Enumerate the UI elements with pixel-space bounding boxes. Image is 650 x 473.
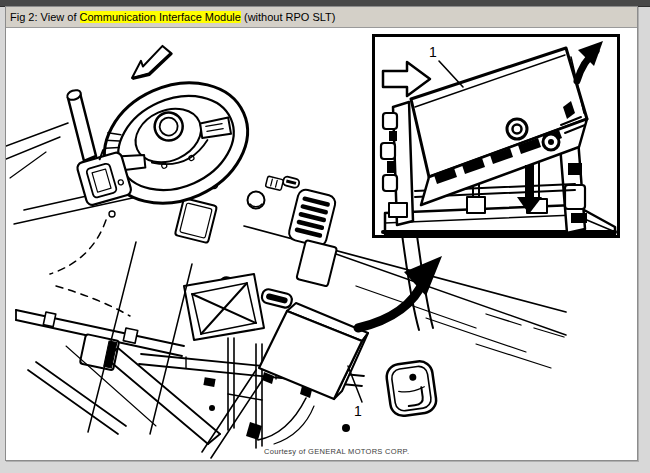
direction-arrow-outline-left-icon xyxy=(125,44,175,82)
figure-title-highlighted-term: Communication Interface Module xyxy=(80,11,241,23)
steering-wheel xyxy=(85,61,267,225)
column-screw xyxy=(109,211,115,217)
column-stalk xyxy=(66,88,96,161)
dash-opening-rect xyxy=(296,240,337,287)
service-info-figure-window: { "title_bar": { "prefix": "Fig 2: View … xyxy=(0,0,650,473)
communication-interface-module-detail xyxy=(411,48,587,205)
callout-leader-inset xyxy=(439,61,463,87)
hidden-outline-dashes xyxy=(50,220,130,316)
figure-canvas: 1 xyxy=(6,28,635,459)
module-detail-illustration: 1 xyxy=(375,37,617,235)
left-mounting-bracket xyxy=(381,102,413,225)
callout-label-inset: 1 xyxy=(429,44,437,60)
figure-title-prefix: Fig 2: View of xyxy=(10,11,80,23)
retainer-clip-part xyxy=(385,360,438,418)
callout-label-main: 1 xyxy=(354,403,362,419)
module-detail-inset: 1 xyxy=(372,34,620,238)
rotate-up-arrow-icon xyxy=(577,41,603,81)
courtesy-note: Courtesy of GENERAL MOTORS CORP. xyxy=(264,447,409,456)
center-stack-brace xyxy=(184,274,264,340)
figure-viewer-panel: Fig 2: View of Communication Interface M… xyxy=(5,6,638,461)
figure-title-bar: Fig 2: View of Communication Interface M… xyxy=(6,7,637,28)
insert-direction-arrow-right-icon xyxy=(383,62,430,96)
figure-title-suffix: (without RPO SLT) xyxy=(241,11,336,23)
